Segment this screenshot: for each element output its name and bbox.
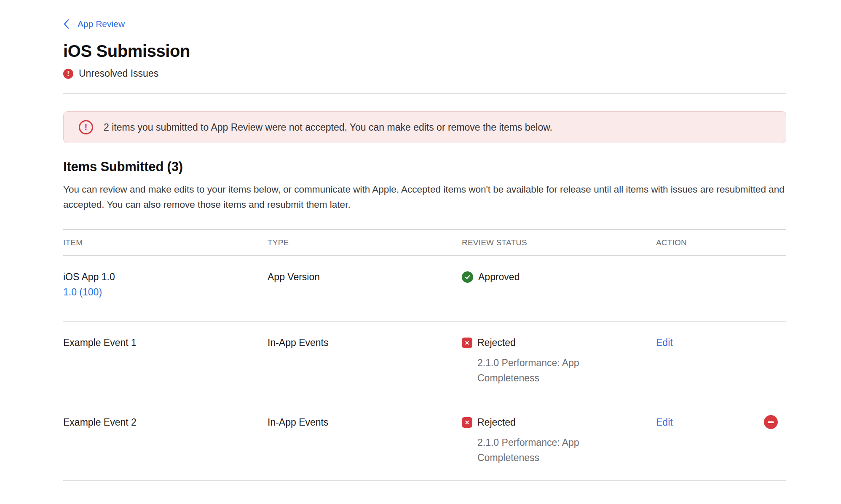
status-cell: Approved	[462, 269, 656, 306]
edit-link[interactable]: Edit	[656, 415, 673, 430]
alert-message: 2 items you submitted to App Review were…	[104, 122, 552, 133]
column-header-action: ACTION	[656, 238, 786, 247]
version-link[interactable]: 1.0 (100)	[63, 284, 102, 300]
type-cell: App Version	[268, 269, 462, 306]
status-cell: Rejected 2.1.0 Performance: App Complete…	[462, 335, 656, 386]
table-row: iOS App 1.0 1.0 (100) App Version Approv…	[63, 256, 786, 322]
item-name: iOS App 1.0	[63, 269, 268, 284]
status-label: Rejected	[477, 335, 516, 350]
check-circle-icon	[462, 271, 473, 283]
items-table: ITEM TYPE REVIEW STATUS ACTION iOS App 1…	[63, 229, 786, 481]
item-cell: Example Event 2	[63, 415, 268, 465]
x-square-icon	[462, 338, 472, 348]
status-cell: Rejected 2.1.0 Performance: App Complete…	[462, 415, 656, 465]
action-cell: Edit	[656, 335, 786, 386]
status-label: Rejected	[477, 415, 516, 430]
column-header-item: ITEM	[63, 238, 268, 247]
table-row: Example Event 2 In-App Events Rejected 2…	[63, 401, 786, 481]
back-link-label: App Review	[78, 19, 125, 29]
type-cell: In-App Events	[268, 335, 462, 386]
items-submitted-description: You can review and make edits to your it…	[63, 182, 786, 212]
edit-link[interactable]: Edit	[656, 335, 673, 350]
page-content: App Review iOS Submission ! Unresolved I…	[63, 0, 786, 481]
type-cell: In-App Events	[268, 415, 462, 465]
rejection-reason: 2.1.0 Performance: App Completeness	[477, 435, 616, 465]
action-cell	[656, 269, 786, 306]
status-label: Unresolved Issues	[79, 68, 158, 79]
items-submitted-heading: Items Submitted (3)	[63, 158, 786, 175]
alert-outline-icon: !	[79, 120, 93, 134]
rejection-reason: 2.1.0 Performance: App Completeness	[477, 355, 616, 386]
action-cell: Edit	[656, 415, 786, 465]
item-name: Example Event 1	[63, 335, 268, 350]
alert-filled-icon: !	[63, 69, 73, 79]
back-link[interactable]: App Review	[63, 19, 125, 29]
table-header-row: ITEM TYPE REVIEW STATUS ACTION	[63, 229, 786, 256]
section-divider	[63, 93, 786, 94]
item-cell: Example Event 1	[63, 335, 268, 386]
unresolved-issues-status: ! Unresolved Issues	[63, 68, 786, 79]
x-square-icon	[462, 417, 472, 428]
column-header-review-status: REVIEW STATUS	[462, 238, 656, 247]
page-title: iOS Submission	[63, 41, 786, 61]
item-name: Example Event 2	[63, 415, 268, 430]
table-row: Example Event 1 In-App Events Rejected 2…	[63, 322, 786, 401]
remove-item-button[interactable]	[764, 415, 778, 429]
chevron-left-icon	[63, 19, 69, 29]
alert-banner: ! 2 items you submitted to App Review we…	[63, 111, 786, 143]
item-cell: iOS App 1.0 1.0 (100)	[63, 269, 268, 306]
minus-circle-icon	[768, 421, 774, 423]
column-header-type: TYPE	[268, 238, 462, 247]
status-label: Approved	[478, 269, 520, 284]
